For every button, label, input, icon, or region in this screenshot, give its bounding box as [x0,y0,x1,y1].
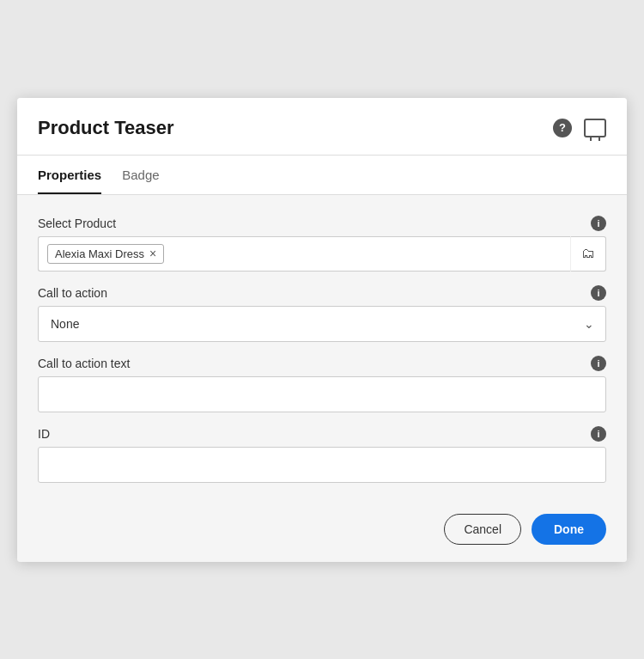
call-to-action-value: None [51,317,79,331]
select-product-label: Select Product [38,217,116,230]
tab-badge[interactable]: Badge [122,156,159,194]
call-to-action-text-label: Call to action text [38,357,130,370]
select-product-info-icon[interactable]: i [591,216,606,231]
folder-icon: 🗂 [581,246,595,261]
dialog-title: Product Teaser [38,117,174,139]
id-section: ID i [38,426,606,483]
cancel-button[interactable]: Cancel [444,514,521,545]
call-to-action-label: Call to action [38,286,107,300]
call-to-action-text-label-row: Call to action text i [38,356,606,371]
product-tag-input[interactable]: Alexia Maxi Dress × [38,236,570,272]
product-tag-remove[interactable]: × [149,247,156,259]
call-to-action-select[interactable]: None [38,306,606,342]
select-product-label-row: Select Product i [38,216,606,231]
product-input-wrapper: Alexia Maxi Dress × 🗂 [38,236,606,272]
header-icons: ? [553,119,606,137]
fullscreen-icon[interactable] [584,119,606,137]
folder-button[interactable]: 🗂 [570,236,606,272]
help-icon[interactable]: ? [553,119,572,137]
call-to-action-label-row: Call to action i [38,285,606,301]
call-to-action-text-input[interactable] [38,376,606,412]
call-to-action-section: Call to action i None ⌄ [38,285,606,342]
id-info-icon[interactable]: i [591,426,606,442]
dialog-footer: Cancel Done [17,500,627,562]
product-tag-label: Alexia Maxi Dress [55,247,144,260]
id-input[interactable] [38,447,606,483]
call-to-action-text-section: Call to action text i [38,356,606,412]
tabs-bar: Properties Badge [17,156,627,195]
dialog-header: Product Teaser ? [17,98,627,156]
id-label-row: ID i [38,426,606,442]
call-to-action-text-info-icon[interactable]: i [591,356,606,371]
product-teaser-dialog: Product Teaser ? Properties Badge Select… [17,98,627,562]
call-to-action-info-icon[interactable]: i [591,285,606,301]
product-tag: Alexia Maxi Dress × [47,244,164,264]
id-label: ID [38,427,50,441]
done-button[interactable]: Done [532,514,606,545]
call-to-action-select-wrapper: None ⌄ [38,306,606,342]
select-product-section: Select Product i Alexia Maxi Dress × 🗂 [38,216,606,272]
dialog-body: Select Product i Alexia Maxi Dress × 🗂 [17,195,627,500]
tab-properties[interactable]: Properties [38,156,101,194]
